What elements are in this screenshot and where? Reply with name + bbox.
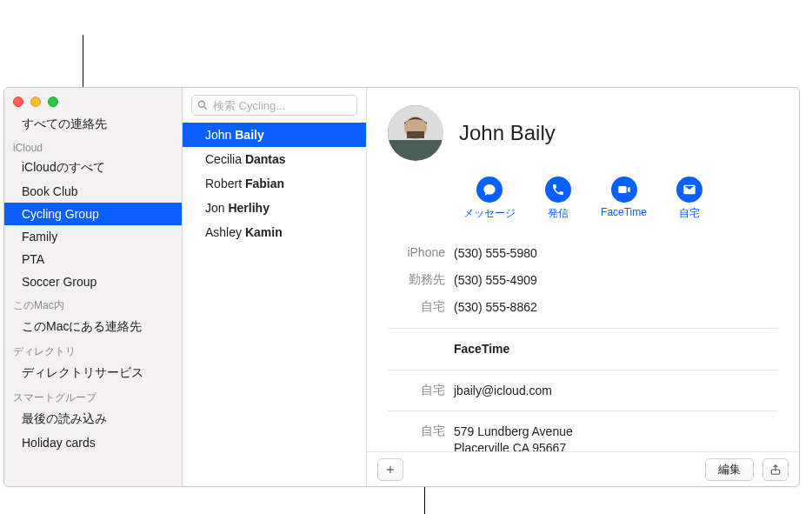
field-label: iPhone (388, 245, 454, 259)
divider (388, 411, 778, 411)
action-label: 発信 (548, 206, 569, 221)
address-value[interactable]: 579 Lundberg Avenue Placerville CA 95667 (454, 424, 573, 451)
action-label: メッセージ (463, 206, 516, 221)
sidebar-item[interactable]: Cycling Group (4, 203, 182, 225)
share-button[interactable] (762, 458, 789, 481)
address-row: 自宅 579 Lundberg Avenue Placerville CA 95… (388, 418, 778, 451)
add-button[interactable] (377, 458, 403, 481)
mail-icon (682, 183, 696, 197)
sidebar-section-header: ディレクトリ (4, 339, 182, 361)
message-icon (483, 183, 496, 197)
mail-action[interactable]: 自宅 (676, 177, 702, 221)
divider (388, 328, 778, 329)
facetime-action[interactable]: FaceTime (601, 177, 647, 221)
quick-actions: メッセージ 発信 FaceTime 自宅 (388, 177, 778, 221)
contact-list-column: John BailyCecilia DantasRobert FabianJon… (183, 88, 367, 486)
action-label: 自宅 (679, 206, 700, 221)
call-action[interactable]: 発信 (545, 177, 571, 221)
edit-button[interactable]: 編集 (705, 458, 754, 481)
contact-row[interactable]: John Baily (183, 123, 366, 147)
phone-icon (551, 183, 565, 197)
sidebar-section-header: スマートグループ (4, 385, 182, 407)
sidebar-item[interactable]: Soccer Group (4, 270, 182, 293)
phone-row: 自宅(530) 555-8862 (388, 294, 778, 321)
facetime-heading: FaceTime (454, 341, 509, 357)
detail-footer: 編集 (367, 451, 799, 486)
field-label: 自宅 (388, 299, 454, 315)
phone-value[interactable]: (530) 555-4909 (454, 272, 537, 289)
field-label: 自宅 (388, 424, 454, 439)
contact-list: John BailyCecilia DantasRobert FabianJon… (183, 123, 366, 486)
sidebar-section-header: iCloud (4, 137, 182, 156)
email-value[interactable]: jbaily@icloud.com (454, 383, 552, 399)
window-traffic-lights (4, 91, 182, 112)
message-action[interactable]: メッセージ (463, 177, 516, 221)
sidebar-item[interactable]: PTA (4, 248, 182, 270)
callout-line-top (83, 35, 83, 87)
minimize-window-button[interactable] (30, 97, 41, 107)
sidebar-item[interactable]: ディレクトリサービス (4, 361, 182, 385)
phone-value[interactable]: (530) 555-8862 (454, 299, 537, 316)
svg-point-0 (198, 101, 204, 107)
contact-row[interactable]: Robert Fabian (183, 171, 366, 196)
search-icon (196, 99, 209, 111)
svg-rect-6 (407, 131, 424, 138)
sidebar-item[interactable]: iCloudのすべて (4, 156, 182, 180)
svg-rect-4 (388, 140, 443, 161)
sidebar-item[interactable]: Holiday cards (4, 431, 182, 454)
search-field[interactable] (191, 95, 357, 116)
field-label: 勤務先 (388, 272, 454, 288)
contact-row[interactable]: Cecilia Dantas (183, 147, 366, 171)
sidebar-item[interactable]: Family (4, 225, 182, 248)
avatar[interactable] (388, 105, 443, 161)
divider (388, 370, 778, 370)
phone-row: 勤務先(530) 555-4909 (388, 267, 778, 294)
sidebar-item[interactable]: 最後の読み込み (4, 407, 182, 431)
share-icon (769, 464, 782, 476)
contact-name: John Baily (459, 121, 556, 145)
phone-value[interactable]: (530) 555-5980 (454, 245, 537, 262)
sidebar-section-header: このMac内 (4, 293, 182, 315)
search-input[interactable] (191, 95, 357, 116)
contact-detail-pane: John Baily メッセージ 発信 FaceTime (367, 88, 799, 486)
field-label: 自宅 (388, 383, 454, 398)
plus-icon (384, 464, 396, 476)
sidebar: すべての連絡先 iCloudiCloudのすべてBook ClubCycling… (4, 88, 183, 486)
zoom-window-button[interactable] (48, 97, 58, 107)
video-icon (617, 183, 631, 197)
contact-row[interactable]: Ashley Kamin (183, 220, 366, 244)
sidebar-item[interactable]: このMacにある連絡先 (4, 315, 182, 339)
contacts-window: すべての連絡先 iCloudiCloudのすべてBook ClubCycling… (3, 87, 800, 487)
callout-line-bottom (424, 487, 425, 514)
action-label: FaceTime (601, 206, 647, 218)
email-row: 自宅 jbaily@icloud.com (388, 377, 778, 404)
sidebar-item[interactable]: Book Club (4, 180, 182, 203)
contact-row[interactable]: Jon Herlihy (183, 196, 366, 220)
sidebar-item-all-contacts[interactable]: すべての連絡先 (4, 112, 182, 137)
close-window-button[interactable] (13, 97, 23, 107)
svg-line-1 (203, 106, 206, 109)
facetime-section: FaceTime (388, 336, 778, 363)
phone-row: iPhone(530) 555-5980 (388, 240, 778, 267)
